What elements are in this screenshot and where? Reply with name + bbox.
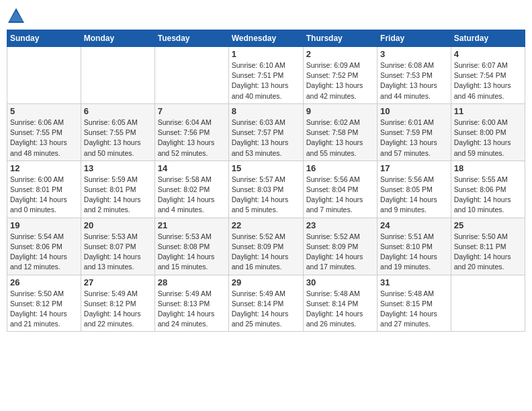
calendar-cell: 27Sunrise: 5:49 AM Sunset: 8:12 PM Dayli… — [81, 275, 154, 332]
day-number: 10 — [380, 106, 448, 116]
day-info: Sunrise: 6:02 AM Sunset: 7:58 PM Dayligh… — [306, 118, 374, 158]
weekday-header-row: SundayMondayTuesdayWednesdayThursdayFrid… — [7, 30, 525, 47]
calendar-cell: 24Sunrise: 5:51 AM Sunset: 8:10 PM Dayli… — [378, 218, 451, 275]
day-number: 2 — [306, 49, 374, 59]
day-number: 13 — [84, 163, 152, 173]
day-number: 8 — [232, 106, 300, 116]
day-number: 21 — [158, 220, 226, 230]
day-number: 28 — [158, 277, 226, 287]
day-info: Sunrise: 5:56 AM Sunset: 8:04 PM Dayligh… — [306, 175, 374, 216]
day-info: Sunrise: 5:51 AM Sunset: 8:10 PM Dayligh… — [380, 232, 448, 273]
day-info: Sunrise: 5:52 AM Sunset: 8:09 PM Dayligh… — [232, 232, 300, 273]
day-number: 6 — [84, 106, 152, 116]
day-info: Sunrise: 5:56 AM Sunset: 8:05 PM Dayligh… — [380, 175, 448, 216]
day-info: Sunrise: 5:58 AM Sunset: 8:02 PM Dayligh… — [158, 175, 226, 216]
day-info: Sunrise: 6:05 AM Sunset: 7:55 PM Dayligh… — [84, 118, 152, 158]
calendar-cell: 28Sunrise: 5:49 AM Sunset: 8:13 PM Dayli… — [154, 275, 228, 332]
calendar-cell: 26Sunrise: 5:50 AM Sunset: 8:12 PM Dayli… — [7, 275, 81, 332]
day-info: Sunrise: 5:50 AM Sunset: 8:11 PM Dayligh… — [454, 232, 522, 273]
day-number: 14 — [158, 163, 226, 173]
calendar-cell: 23Sunrise: 5:52 AM Sunset: 8:09 PM Dayli… — [303, 218, 377, 275]
day-info: Sunrise: 5:49 AM Sunset: 8:12 PM Dayligh… — [84, 289, 152, 330]
day-info: Sunrise: 5:49 AM Sunset: 8:13 PM Dayligh… — [158, 289, 226, 330]
calendar-cell: 12Sunrise: 6:00 AM Sunset: 8:01 PM Dayli… — [7, 161, 81, 218]
calendar-cell — [451, 275, 525, 332]
calendar-cell: 10Sunrise: 6:01 AM Sunset: 7:59 PM Dayli… — [378, 103, 451, 161]
calendar-cell — [81, 47, 154, 104]
day-number: 1 — [232, 49, 300, 59]
calendar-cell: 8Sunrise: 6:03 AM Sunset: 7:57 PM Daylig… — [228, 103, 303, 161]
day-number: 5 — [10, 106, 78, 116]
day-info: Sunrise: 6:09 AM Sunset: 7:52 PM Dayligh… — [306, 60, 374, 101]
svg-marker-1 — [9, 11, 23, 21]
day-info: Sunrise: 5:55 AM Sunset: 8:06 PM Dayligh… — [454, 175, 522, 216]
day-number: 12 — [10, 163, 78, 173]
weekday-header-wednesday: Wednesday — [228, 30, 303, 47]
day-number: 23 — [306, 220, 374, 230]
calendar-cell — [7, 47, 81, 104]
day-info: Sunrise: 5:59 AM Sunset: 8:01 PM Dayligh… — [84, 175, 152, 216]
header-area — [7, 7, 525, 26]
day-info: Sunrise: 5:49 AM Sunset: 8:14 PM Dayligh… — [232, 289, 300, 330]
day-info: Sunrise: 6:00 AM Sunset: 8:00 PM Dayligh… — [454, 118, 522, 158]
day-number: 22 — [232, 220, 300, 230]
calendar-week-row: 5Sunrise: 6:06 AM Sunset: 7:55 PM Daylig… — [7, 103, 525, 161]
day-number: 18 — [454, 163, 522, 173]
day-number: 16 — [306, 163, 374, 173]
calendar-cell: 6Sunrise: 6:05 AM Sunset: 7:55 PM Daylig… — [81, 103, 154, 161]
day-number: 27 — [84, 277, 152, 287]
calendar-cell: 1Sunrise: 6:10 AM Sunset: 7:51 PM Daylig… — [228, 47, 303, 104]
day-info: Sunrise: 5:50 AM Sunset: 8:12 PM Dayligh… — [10, 289, 78, 330]
day-info: Sunrise: 5:57 AM Sunset: 8:03 PM Dayligh… — [232, 175, 300, 216]
day-info: Sunrise: 5:52 AM Sunset: 8:09 PM Dayligh… — [306, 232, 374, 273]
calendar-cell: 4Sunrise: 6:07 AM Sunset: 7:54 PM Daylig… — [451, 47, 525, 104]
day-info: Sunrise: 6:04 AM Sunset: 7:56 PM Dayligh… — [158, 118, 226, 158]
day-number: 26 — [10, 277, 78, 287]
weekday-header-monday: Monday — [81, 30, 154, 47]
day-number: 30 — [306, 277, 374, 287]
calendar-cell: 31Sunrise: 5:48 AM Sunset: 8:15 PM Dayli… — [378, 275, 451, 332]
day-info: Sunrise: 6:07 AM Sunset: 7:54 PM Dayligh… — [454, 60, 522, 101]
calendar-cell: 5Sunrise: 6:06 AM Sunset: 7:55 PM Daylig… — [7, 103, 81, 161]
calendar-week-row: 26Sunrise: 5:50 AM Sunset: 8:12 PM Dayli… — [7, 275, 525, 332]
calendar-cell: 14Sunrise: 5:58 AM Sunset: 8:02 PM Dayli… — [154, 161, 228, 218]
calendar-cell: 17Sunrise: 5:56 AM Sunset: 8:05 PM Dayli… — [378, 161, 451, 218]
day-number: 25 — [454, 220, 522, 230]
weekday-header-sunday: Sunday — [7, 30, 81, 47]
calendar-cell: 22Sunrise: 5:52 AM Sunset: 8:09 PM Dayli… — [228, 218, 303, 275]
day-number: 20 — [84, 220, 152, 230]
day-info: Sunrise: 5:48 AM Sunset: 8:14 PM Dayligh… — [306, 289, 374, 330]
day-number: 24 — [380, 220, 448, 230]
calendar-cell: 21Sunrise: 5:53 AM Sunset: 8:08 PM Dayli… — [154, 218, 228, 275]
calendar-cell: 2Sunrise: 6:09 AM Sunset: 7:52 PM Daylig… — [303, 47, 377, 104]
calendar-week-row: 12Sunrise: 6:00 AM Sunset: 8:01 PM Dayli… — [7, 161, 525, 218]
calendar-cell: 25Sunrise: 5:50 AM Sunset: 8:11 PM Dayli… — [451, 218, 525, 275]
calendar-cell — [154, 47, 228, 104]
weekday-header-friday: Friday — [378, 30, 451, 47]
day-info: Sunrise: 6:10 AM Sunset: 7:51 PM Dayligh… — [232, 60, 300, 101]
day-number: 17 — [380, 163, 448, 173]
logo — [7, 7, 28, 26]
calendar-cell: 30Sunrise: 5:48 AM Sunset: 8:14 PM Dayli… — [303, 275, 377, 332]
calendar-cell: 16Sunrise: 5:56 AM Sunset: 8:04 PM Dayli… — [303, 161, 377, 218]
calendar-week-row: 19Sunrise: 5:54 AM Sunset: 8:06 PM Dayli… — [7, 218, 525, 275]
day-number: 11 — [454, 106, 522, 116]
day-info: Sunrise: 5:53 AM Sunset: 8:07 PM Dayligh… — [84, 232, 152, 273]
calendar-cell: 20Sunrise: 5:53 AM Sunset: 8:07 PM Dayli… — [81, 218, 154, 275]
calendar-cell: 9Sunrise: 6:02 AM Sunset: 7:58 PM Daylig… — [303, 103, 377, 161]
calendar-cell: 13Sunrise: 5:59 AM Sunset: 8:01 PM Dayli… — [81, 161, 154, 218]
day-number: 3 — [380, 49, 448, 59]
calendar-cell: 7Sunrise: 6:04 AM Sunset: 7:56 PM Daylig… — [154, 103, 228, 161]
day-number: 15 — [232, 163, 300, 173]
day-info: Sunrise: 5:53 AM Sunset: 8:08 PM Dayligh… — [158, 232, 226, 273]
day-info: Sunrise: 6:01 AM Sunset: 7:59 PM Dayligh… — [380, 118, 448, 158]
day-number: 31 — [380, 277, 448, 287]
weekday-header-tuesday: Tuesday — [154, 30, 228, 47]
day-number: 4 — [454, 49, 522, 59]
day-number: 9 — [306, 106, 374, 116]
day-info: Sunrise: 6:06 AM Sunset: 7:55 PM Dayligh… — [10, 118, 78, 158]
weekday-header-saturday: Saturday — [451, 30, 525, 47]
calendar-table: SundayMondayTuesdayWednesdayThursdayFrid… — [7, 30, 525, 332]
day-number: 19 — [10, 220, 78, 230]
day-info: Sunrise: 6:03 AM Sunset: 7:57 PM Dayligh… — [232, 118, 300, 158]
